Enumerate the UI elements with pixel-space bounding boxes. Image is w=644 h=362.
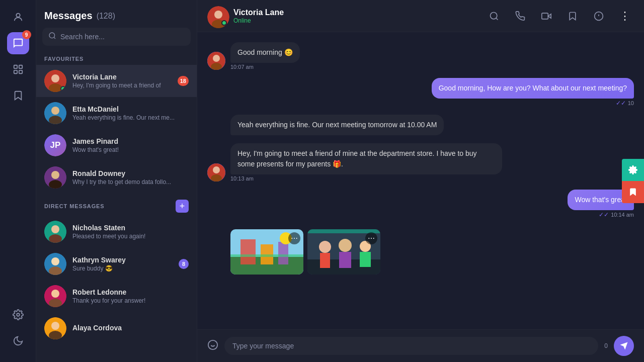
conv-preview-james: Wow that's great! [72,146,189,153]
conv-item-james[interactable]: JP James Pinard Wow that's great! [36,129,197,161]
avatar-james: JP [44,134,66,156]
conv-item-nicholas[interactable]: Nicholas Staten Pleased to meet you agai… [36,216,197,248]
add-dm-button[interactable]: + [176,200,189,213]
svg-rect-35 [542,13,548,19]
msg-avatar-victoria-2 [207,163,225,182]
image-thumb-1[interactable]: ⋯ [230,229,303,275]
msg-row-4: Hey, I'm going to meet a friend of mine … [207,143,634,182]
conv-name-ronald: Ronald Downey [72,169,189,177]
conv-info-victoria: Victoria Lane Hey, I'm going to meet a f… [72,73,172,89]
msg-group-1: Good morning 😊 10:07 am [207,42,634,72]
msg-row-2: Good morning, How are you? What about ou… [432,78,634,107]
double-check-icon: ✓✓ [616,100,626,107]
sidebar-title: Messages [44,10,93,22]
image-more-btn-1[interactable]: ⋯ [288,232,300,244]
conv-preview-kathryn: Sure buddy 😎 [72,265,173,272]
avatar-nicholas [44,221,66,243]
msg-time-5: ✓✓ 10:14 am [568,211,634,218]
svg-marker-34 [548,14,551,18]
conv-name-alaya: Alaya Cordova [72,324,189,332]
svg-line-7 [54,37,55,39]
msg-group-2: Good morning, How are you? What about ou… [207,78,634,109]
svg-point-62 [208,340,217,349]
msg-avatar-victoria [207,52,225,70]
teal-action-button[interactable] [622,159,644,181]
conv-info-james: James Pinard Wow that's great! [72,137,189,153]
msg-bubble-3: Yeah everything is fine. Our next meetin… [230,115,444,135]
msg-time-4: 10:13 am [230,175,502,182]
red-action-button[interactable] [622,181,644,203]
avatar-alaya [44,317,66,339]
info-button[interactable] [590,7,608,25]
msg-bubble-2: Good morning, How are you? What about ou… [432,78,634,107]
conv-preview-victoria: Hey, I'm going to meet a friend of [72,82,172,89]
msg-row-3: Yeah everything is fine. Our next meetin… [207,115,634,135]
conv-item-victoria[interactable]: Victoria Lane Hey, I'm going to meet a f… [36,65,197,97]
svg-rect-57 [339,252,351,268]
search-input[interactable] [60,33,185,41]
moon-icon-btn[interactable] [7,330,29,352]
msg-bubble-1: Good morning 😊 10:07 am [230,42,300,70]
svg-point-6 [49,33,55,38]
more-options-button[interactable]: ⋮ [616,7,634,25]
conv-item-ronald[interactable]: Ronald Downey Why I try the to get demo … [36,161,197,194]
message-input[interactable] [224,337,598,355]
image-more-btn-2[interactable]: ⋯ [365,232,377,244]
settings-icon-btn[interactable] [7,304,29,326]
svg-point-24 [51,290,59,298]
svg-point-9 [51,74,59,82]
conv-badge-victoria: 18 [178,76,189,86]
search-chat-button[interactable] [485,7,503,25]
conv-preview-ronald: Why I try the to get demo data follo... [72,178,189,186]
video-call-button[interactable] [537,7,555,25]
conv-info-ronald: Ronald Downey Why I try the to get demo … [72,169,189,186]
msg-row-1: Good morning 😊 10:07 am [207,42,634,70]
double-check-icon-2: ✓✓ [599,211,609,218]
chat-header-info: Victoria Lane Online [233,8,479,24]
conv-name-kathryn: Kathryn Swarey [72,256,173,264]
msg-time-2: ✓✓ 10 [432,100,634,107]
svg-point-30 [214,11,222,19]
conv-name-james: James Pinard [72,137,189,145]
conv-name-etta: Etta McDaniel [72,105,189,113]
image-thumb-2[interactable]: ⋯ [307,229,380,275]
svg-marker-66 [620,342,628,350]
sidebar-count: (128) [97,12,115,21]
msg-group-images: ⋯ ⋯ [207,226,634,275]
conv-item-kathryn[interactable]: Kathryn Swarey Sure buddy 😎 8 [36,248,197,280]
chat-area: Victoria Lane Online ⋮ [197,0,644,362]
chat-icon-btn[interactable]: 9 [7,32,29,54]
conv-name-victoria: Victoria Lane [72,73,172,81]
svg-point-0 [16,14,20,17]
bookmark-icon-btn[interactable] [7,84,29,107]
conv-name-robert: Robert Ledonne [72,288,189,296]
chat-header: Victoria Lane Online ⋮ [197,0,644,32]
svg-point-40 [213,55,220,62]
conversation-list: FAVOURITES Victoria Lane Hey, I'm going … [36,52,197,362]
conv-item-alaya[interactable]: Alaya Cordova [36,312,197,344]
search-icon [48,32,56,42]
icon-rail: 9 [0,0,36,362]
svg-rect-51 [230,254,303,257]
chat-header-avatar [207,6,227,26]
svg-point-21 [51,257,59,265]
svg-rect-2 [19,65,22,68]
bookmark-button[interactable] [564,7,582,25]
list-icon-btn[interactable] [7,58,29,80]
conv-info-nicholas: Nicholas Staten Pleased to meet you agai… [72,224,189,240]
images-row: ⋯ ⋯ [230,229,634,275]
svg-point-27 [51,322,59,330]
dm-label: DIRECT MESSAGES [44,203,105,209]
conv-item-etta[interactable]: Etta McDaniel Yeah everything is fine. O… [36,97,197,129]
conv-badge-kathryn: 8 [179,259,189,269]
svg-line-33 [496,18,498,20]
svg-rect-59 [360,252,371,267]
voice-call-button[interactable] [511,7,529,25]
svg-rect-49 [278,242,288,264]
emoji-button[interactable] [207,339,218,353]
conv-info-robert: Robert Ledonne Thank you for your answer… [72,288,189,304]
conv-item-robert[interactable]: Robert Ledonne Thank you for your answer… [36,280,197,312]
msg-text-4: Hey, I'm going to meet a friend of mine … [230,143,502,174]
send-button[interactable] [614,336,634,356]
profile-icon-btn[interactable] [7,6,29,28]
